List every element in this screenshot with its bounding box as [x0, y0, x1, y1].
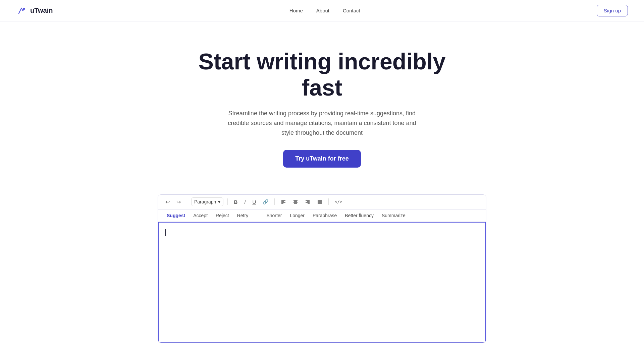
better-fluency-button[interactable]: Better fluency — [341, 212, 377, 220]
paraphrase-button[interactable]: Paraphrase — [309, 212, 340, 220]
svg-point-0 — [23, 8, 25, 10]
divider-3 — [274, 198, 275, 205]
bold-icon: B — [234, 199, 237, 205]
logo-icon — [16, 5, 27, 16]
action-separator — [254, 213, 261, 219]
link-button[interactable]: 🔗 — [261, 198, 270, 206]
link-icon: 🔗 — [263, 199, 268, 204]
italic-button[interactable]: I — [242, 198, 248, 206]
cta-button[interactable]: Try uTwain for free — [283, 150, 361, 168]
retry-button[interactable]: Retry — [234, 212, 252, 220]
reject-button[interactable]: Reject — [212, 212, 232, 220]
hero-section: Start writing incredibly fast Streamline… — [0, 21, 644, 181]
hero-subtitle: Streamline the writing process by provid… — [221, 109, 423, 137]
signup-button[interactable]: Sign up — [597, 5, 628, 16]
justify-button[interactable] — [315, 198, 324, 206]
undo-icon: ↩ — [165, 199, 170, 205]
align-left-icon — [281, 199, 286, 204]
justify-icon — [317, 199, 322, 204]
code-button[interactable]: </> — [333, 198, 344, 205]
hero-title: Start writing incredibly fast — [16, 48, 628, 101]
shorter-button[interactable]: Shorter — [263, 212, 285, 220]
nav-links: Home About Contact — [289, 8, 360, 13]
paragraph-label: Paragraph — [194, 199, 216, 204]
undo-button[interactable]: ↩ — [163, 197, 172, 206]
hero-title-line1: Start writing incredibly — [199, 49, 446, 74]
redo-button[interactable]: ↪ — [174, 197, 183, 206]
divider-2 — [227, 198, 228, 205]
underline-button[interactable]: U — [250, 198, 258, 206]
italic-icon: I — [244, 199, 246, 205]
align-right-button[interactable] — [303, 198, 312, 206]
text-cursor — [165, 229, 166, 236]
editor-content-area[interactable] — [158, 222, 486, 343]
longer-button[interactable]: Longer — [286, 212, 308, 220]
chevron-down-icon: ▾ — [218, 199, 220, 204]
editor-toolbar: ↩ ↪ Paragraph ▾ B I U 🔗 — [158, 195, 486, 209]
align-right-icon — [305, 199, 310, 204]
align-center-button[interactable] — [291, 198, 300, 206]
divider-1 — [187, 198, 187, 205]
underline-icon: U — [252, 199, 256, 205]
redo-icon: ↪ — [176, 199, 181, 205]
bold-button[interactable]: B — [232, 198, 239, 206]
accept-button[interactable]: Accept — [190, 212, 211, 220]
code-icon: </> — [335, 199, 342, 204]
navbar: uTwain Home About Contact Sign up — [0, 0, 644, 21]
suggest-button[interactable]: Suggest — [163, 212, 189, 220]
nav-about[interactable]: About — [316, 8, 329, 13]
nav-contact[interactable]: Contact — [343, 8, 360, 13]
divider-4 — [328, 198, 329, 205]
brand-name: uTwain — [30, 7, 53, 14]
paragraph-dropdown[interactable]: Paragraph ▾ — [191, 197, 223, 206]
brand: uTwain — [16, 5, 53, 16]
editor-container: ↩ ↪ Paragraph ▾ B I U 🔗 — [158, 194, 486, 343]
align-center-icon — [293, 199, 298, 204]
align-left-button[interactable] — [279, 198, 288, 206]
summarize-button[interactable]: Summarize — [378, 212, 409, 220]
editor-actions-bar: Suggest Accept Reject Retry Shorter Long… — [158, 209, 486, 222]
hero-title-line2: fast — [302, 75, 342, 100]
nav-home[interactable]: Home — [289, 8, 303, 13]
